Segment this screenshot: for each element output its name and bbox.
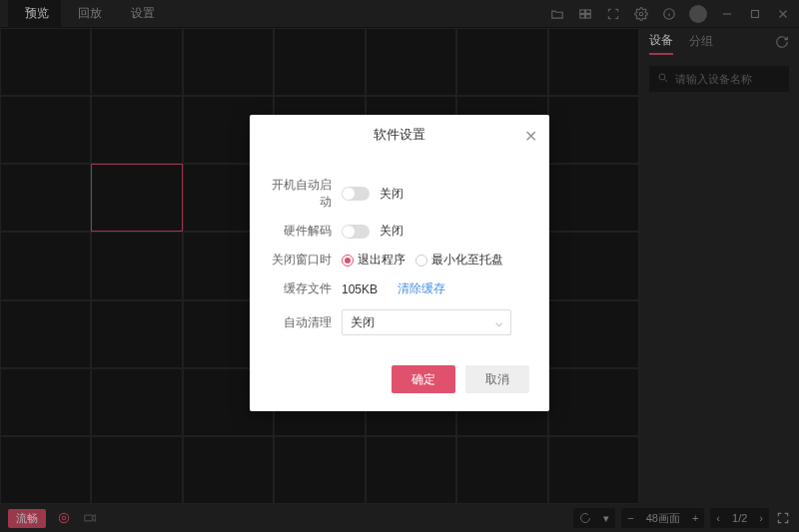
settings-dialog: 软件设置 ✕ 开机自动启动 关闭 硬件解码 关闭 关闭窗口时: [250, 115, 549, 411]
radio-tray-label: 最小化至托盘: [431, 252, 503, 268]
label-autostart: 开机自动启动: [270, 177, 342, 211]
radio-dot-icon: [342, 255, 354, 266]
toggle-autostart[interactable]: [342, 187, 370, 201]
row-autoclean: 自动清理 关闭 ⌵: [270, 309, 529, 335]
ok-button[interactable]: 确定: [392, 365, 455, 393]
radio-dot-icon: [415, 255, 427, 266]
dialog-footer: 确定 取消: [250, 365, 549, 411]
clear-cache-link[interactable]: 清除缓存: [398, 280, 445, 297]
dialog-title: 软件设置: [374, 126, 425, 144]
label-cache: 缓存文件: [270, 280, 342, 297]
dialog-header: 软件设置 ✕: [250, 115, 549, 155]
chevron-down-icon: ⌵: [495, 315, 502, 329]
dialog-overlay: 软件设置 ✕ 开机自动启动 关闭 硬件解码 关闭 关闭窗口时: [0, 0, 799, 532]
dialog-body: 开机自动启动 关闭 硬件解码 关闭 关闭窗口时 退出程序 最小化至托盘: [250, 155, 549, 365]
row-closewin: 关闭窗口时 退出程序 最小化至托盘: [270, 252, 529, 268]
radio-exit[interactable]: 退出程序: [342, 252, 405, 268]
row-hwdecode: 硬件解码 关闭: [270, 223, 529, 240]
state-autostart: 关闭: [380, 186, 403, 203]
state-hwdecode: 关闭: [380, 223, 403, 240]
select-autoclean[interactable]: 关闭 ⌵: [342, 309, 511, 335]
row-autostart: 开机自动启动 关闭: [270, 177, 529, 211]
label-closewin: 关闭窗口时: [270, 252, 342, 268]
select-value: 关闭: [351, 314, 375, 331]
label-hwdecode: 硬件解码: [270, 223, 342, 240]
dialog-close-icon[interactable]: ✕: [524, 127, 537, 146]
radio-exit-label: 退出程序: [358, 252, 405, 268]
radio-tray[interactable]: 最小化至托盘: [415, 252, 503, 268]
cancel-button[interactable]: 取消: [465, 365, 529, 393]
cache-size: 105KB: [342, 282, 378, 296]
label-autoclean: 自动清理: [270, 314, 342, 331]
row-cache: 缓存文件 105KB 清除缓存: [270, 280, 529, 297]
toggle-hwdecode[interactable]: [342, 225, 370, 239]
